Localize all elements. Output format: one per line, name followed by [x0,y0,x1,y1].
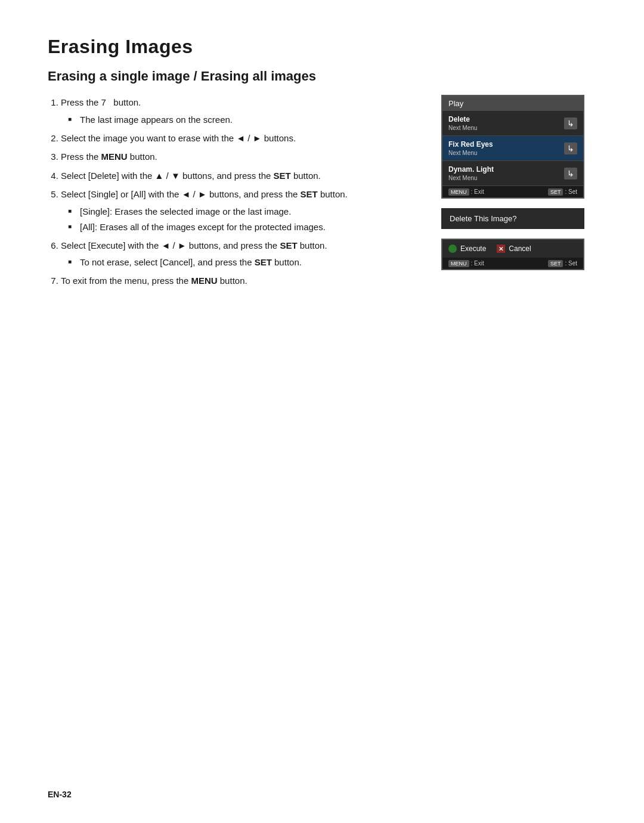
play-menu-footer-right: SET: Set [548,188,577,195]
menu-item-red-eyes-title: Fix Red Eyes [448,140,493,148]
exec-menu-btn: MENU [448,260,469,267]
page-subtitle: Erasing a single image / Erasing all ima… [48,69,596,84]
execute-cancel-widget: Execute ✕ Cancel MENU: Exit SET: Set [441,239,584,270]
cancel-label: Cancel [509,245,531,253]
exec-set-btn: SET [548,260,564,267]
menu-item-dynam-sub: Next Menu [448,175,477,181]
step-1: Press the 7 button. The last image appea… [61,95,417,127]
step-5-sub2: [All]: Erases all of the images except f… [68,220,417,234]
execute-button[interactable]: Execute [448,245,486,253]
page-number: EN-32 [48,790,72,799]
step-3: Press the MENU button. [61,149,417,165]
step-5-sub1: [Single]: Erases the selected image or t… [68,205,417,219]
play-menu-title: Play [442,96,583,111]
menu-item-delete-arrow: ↳ [564,117,577,129]
step-6-sub: To not erase, select [Cancel], and press… [68,255,417,270]
play-menu-widget: Play Delete Next Menu ↳ Fix Red Eyes Nex… [441,95,584,199]
menu-item-red-eyes-arrow: ↳ [564,143,577,154]
menu-item-fix-red-eyes[interactable]: Fix Red Eyes Next Menu ↳ [442,136,583,161]
execute-footer-right: SET: Set [548,260,577,267]
cancel-button[interactable]: ✕ Cancel [497,245,531,253]
execute-circle-icon [448,245,457,253]
execute-footer: MENU: Exit SET: Set [442,258,583,269]
menu-item-delete-sub: Next Menu [448,125,477,131]
menu-item-delete-title: Delete [448,115,477,123]
step-7: To exit from the menu, press the MENU bu… [61,273,417,289]
play-menu-footer-left: MENU: Exit [448,188,484,195]
execute-footer-left: MENU: Exit [448,260,484,267]
menu-item-red-eyes-sub: Next Menu [448,150,477,156]
menu-item-dynam-light[interactable]: Dynam. Light Next Menu ↳ [442,161,583,186]
delete-box-text: Delete This Image? [450,214,517,223]
steps-list: Press the 7 button. The last image appea… [48,95,417,289]
step-1-sub: The last image appears on the screen. [68,113,417,127]
cancel-x-icon: ✕ [497,245,505,253]
delete-confirmation-box: Delete This Image? [441,208,584,229]
menu-btn-label: MENU [448,188,469,196]
execute-row: Execute ✕ Cancel [442,240,583,258]
content-wrapper: Press the 7 button. The last image appea… [48,95,596,292]
menu-item-delete[interactable]: Delete Next Menu ↳ [442,111,583,136]
set-btn-label: SET [548,188,564,196]
page-title: Erasing Images [48,36,596,58]
instructions-section: Press the 7 button. The last image appea… [48,95,417,292]
menu-item-dynam-title: Dynam. Light [448,165,494,174]
step-4: Select [Delete] with the ▲ / ▼ buttons, … [61,168,417,184]
step-5: Select [Single] or [All] with the ◄ / ► … [61,187,417,234]
step-6: Select [Execute] with the ◄ / ► buttons,… [61,238,417,270]
step-2: Select the image you want to erase with … [61,131,417,146]
screenshots-section: Play Delete Next Menu ↳ Fix Red Eyes Nex… [441,95,596,270]
execute-label: Execute [460,245,486,253]
play-menu-items: Delete Next Menu ↳ Fix Red Eyes Next Men… [442,111,583,186]
menu-item-dynam-arrow: ↳ [564,168,577,180]
play-menu-footer: MENU: Exit SET: Set [442,186,583,197]
